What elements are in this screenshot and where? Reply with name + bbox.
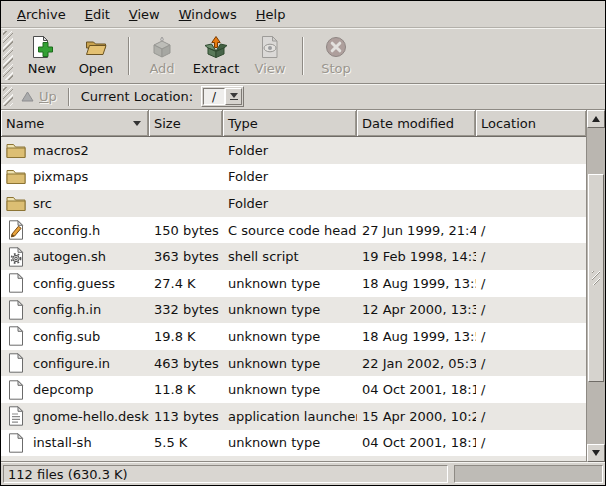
view-button-label: View: [255, 61, 286, 76]
location-combo: /: [201, 86, 244, 107]
add-button: Add: [136, 32, 188, 80]
column-header-size[interactable]: Size: [149, 110, 223, 136]
file-date-cell: 12 Apr 2000, 13:36: [357, 302, 476, 317]
file-name-cell: acconfig.h: [1, 220, 149, 241]
menu-view[interactable]: View: [123, 4, 166, 25]
table-row[interactable]: srcFolder: [1, 190, 586, 217]
stop-button-label: Stop: [321, 61, 351, 76]
file-size-cell: 463 bytes: [149, 356, 223, 371]
toolbar-drag-handle[interactable]: [3, 31, 13, 80]
table-row[interactable]: install-sh5.5 Kunknown type04 Oct 2001, …: [1, 430, 586, 457]
chevron-down-icon: [230, 93, 238, 98]
folder-icon: [6, 140, 26, 161]
sort-descending-icon: [133, 121, 141, 126]
open-button[interactable]: Open: [70, 32, 122, 80]
file-name: config.sub: [33, 329, 100, 344]
generic-file-icon: [6, 273, 26, 294]
file-size-cell: 363 bytes: [149, 249, 223, 264]
column-header-name[interactable]: Name: [1, 110, 149, 136]
file-type-cell: C source code header: [223, 223, 357, 238]
file-location-cell: /: [476, 249, 586, 264]
open-archive-icon: [84, 35, 108, 59]
file-name: install-sh: [33, 435, 92, 450]
file-name-cell: config.sub: [1, 326, 149, 347]
file-name-cell: macros2: [1, 140, 149, 161]
file-name-cell: configure.in: [1, 353, 149, 374]
table-row[interactable]: gnome-hello.desktop113 bytesapplication …: [1, 403, 586, 430]
extract-button[interactable]: Extract: [190, 32, 242, 80]
view-button: View: [244, 32, 296, 80]
column-header-location[interactable]: Location: [476, 110, 586, 136]
current-location-label: Current Location:: [81, 89, 193, 104]
file-name: configure.in: [33, 356, 110, 371]
toolbar-separator: [302, 37, 304, 75]
file-size-cell: 11.8 K: [149, 382, 223, 397]
location-combo-dropdown[interactable]: [225, 88, 242, 105]
open-button-label: Open: [79, 61, 114, 76]
table-row[interactable]: config.guess27.4 Kunknown type18 Aug 199…: [1, 270, 586, 297]
vertical-scrollbar[interactable]: [586, 110, 605, 462]
file-size-cell: 27.4 K: [149, 276, 223, 291]
file-date-cell: 04 Oct 2001, 18:12: [357, 435, 476, 450]
file-rows: macros2FolderpixmapsFoldersrcFolderaccon…: [1, 137, 586, 462]
scrollbar-thumb[interactable]: [588, 174, 604, 382]
new-archive-icon: [30, 35, 54, 59]
table-row[interactable]: config.h.in332 bytesunknown type12 Apr 2…: [1, 297, 586, 324]
location-bar-drag-handle[interactable]: [3, 87, 13, 106]
up-arrow-icon: [21, 91, 34, 102]
file-count-status: 112 files (630.3 K): [3, 465, 448, 483]
column-header-date-modified[interactable]: Date modified: [357, 110, 476, 136]
file-location-cell: /: [476, 409, 586, 424]
table-row[interactable]: macros2Folder: [1, 137, 586, 164]
menu-help[interactable]: Help: [250, 4, 292, 25]
add-files-icon: [150, 35, 174, 59]
menubar: Archive Edit View Windows Help: [1, 1, 605, 28]
column-header-row: Name Size Type Date modified Location: [1, 110, 586, 137]
c-source-header-icon: [6, 220, 26, 241]
file-type-cell: unknown type: [223, 276, 357, 291]
folder-icon: [6, 193, 26, 214]
file-name: depcomp: [33, 382, 94, 397]
file-name-cell: pixmaps: [1, 166, 149, 187]
extract-button-label: Extract: [193, 61, 240, 76]
location-combo-value[interactable]: /: [203, 88, 225, 105]
file-name: src: [33, 196, 52, 211]
file-size-cell: 5.5 K: [149, 435, 223, 450]
column-header-type[interactable]: Type: [223, 110, 357, 136]
menu-windows[interactable]: Windows: [173, 4, 243, 25]
table-row[interactable]: depcomp11.8 Kunknown type04 Oct 2001, 18…: [1, 376, 586, 403]
generic-file-icon: [6, 432, 26, 453]
file-type-cell: application launcher: [223, 409, 357, 424]
table-row[interactable]: autogen.sh363 bytesshell script19 Feb 19…: [1, 243, 586, 270]
table-row[interactable]: acconfig.h150 bytesC source code header2…: [1, 217, 586, 244]
file-type-cell: unknown type: [223, 435, 357, 450]
table-row[interactable]: pixmapsFolder: [1, 164, 586, 191]
file-size-cell: 19.8 K: [149, 329, 223, 344]
menu-edit[interactable]: Edit: [79, 4, 116, 25]
file-location-cell: /: [476, 329, 586, 344]
scroll-down-icon: [592, 450, 600, 456]
file-date-cell: 22 Jan 2002, 05:35: [357, 356, 476, 371]
scroll-down-button[interactable]: [587, 444, 605, 462]
scroll-up-button[interactable]: [587, 110, 605, 128]
file-name-cell: install-sh: [1, 432, 149, 453]
file-location-cell: /: [476, 223, 586, 238]
archive-manager-window: Archive Edit View Windows Help New Open: [0, 0, 606, 486]
extract-icon: [204, 35, 228, 59]
file-name: pixmaps: [33, 169, 88, 184]
file-size-cell: 332 bytes: [149, 302, 223, 317]
new-button[interactable]: New: [16, 32, 68, 80]
file-date-cell: 27 Jun 1999, 21:49: [357, 223, 476, 238]
file-location-cell: /: [476, 276, 586, 291]
file-type-cell: Folder: [223, 143, 357, 158]
table-row[interactable]: configure.in463 bytesunknown type22 Jan …: [1, 350, 586, 377]
file-name-cell: gnome-hello.desktop: [1, 406, 149, 427]
progress-area: [454, 465, 603, 483]
file-name-cell: depcomp: [1, 379, 149, 400]
file-size-cell: 113 bytes: [149, 409, 223, 424]
stop-button: Stop: [310, 32, 362, 80]
table-row[interactable]: config.sub19.8 Kunknown type18 Aug 1999,…: [1, 323, 586, 350]
file-name-cell: src: [1, 193, 149, 214]
file-size-cell: 150 bytes: [149, 223, 223, 238]
menu-archive[interactable]: Archive: [11, 4, 72, 25]
